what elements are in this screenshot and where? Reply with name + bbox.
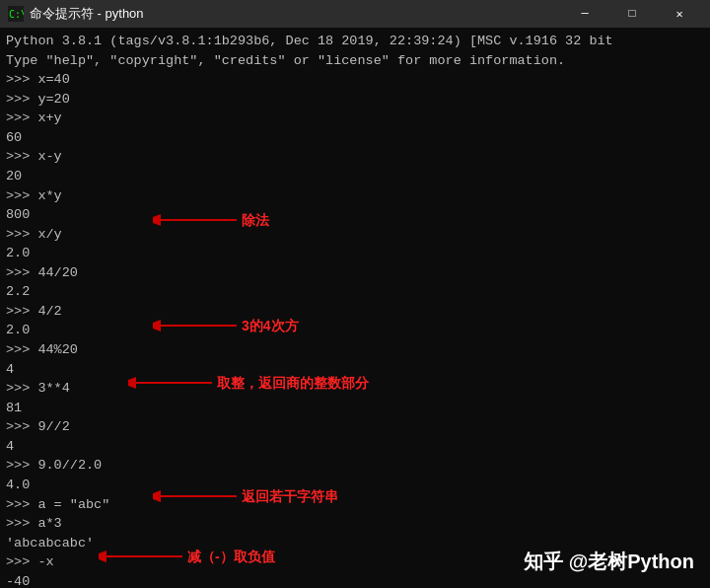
terminal-line: 800 bbox=[6, 205, 704, 225]
watermark: 知乎 @老树Python bbox=[524, 548, 694, 576]
terminal-line: >>> 9.0//2.0 bbox=[6, 456, 704, 476]
terminal-line: 4 bbox=[6, 437, 704, 457]
close-button[interactable]: ✕ bbox=[657, 0, 702, 28]
terminal-line: 20 bbox=[6, 167, 704, 186]
terminal-line: >>> x/y bbox=[6, 225, 704, 245]
terminal-line: >>> 44/20 bbox=[6, 263, 704, 283]
title-bar: C:\ 命令提示符 - python ─ □ ✕ bbox=[0, 0, 710, 28]
terminal-line: 2.2 bbox=[6, 282, 704, 302]
terminal-line: 4 bbox=[6, 360, 704, 380]
terminal-line: >>> x-y bbox=[6, 147, 704, 167]
terminal-line: >>> 44%20 bbox=[6, 340, 704, 360]
terminal-line: 2.0 bbox=[6, 244, 704, 263]
terminal-line: 2.0 bbox=[6, 321, 704, 340]
minimize-button[interactable]: ─ bbox=[562, 0, 607, 28]
terminal-line: >>> 3**4 bbox=[6, 379, 704, 399]
terminal-line: >>> x+y bbox=[6, 109, 704, 128]
terminal-line: >>> x*y bbox=[6, 186, 704, 206]
terminal-line: 4.0 bbox=[6, 476, 704, 495]
terminal-line: Python 3.8.1 (tags/v3.8.1:1b293b6, Dec 1… bbox=[6, 32, 704, 51]
terminal-line: >>> a = "abc" bbox=[6, 495, 704, 515]
terminal-line: 81 bbox=[6, 399, 704, 418]
svg-text:C:\: C:\ bbox=[9, 9, 24, 20]
terminal-line: 60 bbox=[6, 128, 704, 148]
terminal-line: >>> y=20 bbox=[6, 90, 704, 110]
window-controls: ─ □ ✕ bbox=[562, 0, 702, 28]
terminal-area[interactable]: Python 3.8.1 (tags/v3.8.1:1b293b6, Dec 1… bbox=[0, 28, 710, 588]
window-title: 命令提示符 - python bbox=[30, 5, 556, 23]
terminal-line: >>> 9//2 bbox=[6, 417, 704, 437]
terminal-line: Type "help", "copyright", "credits" or "… bbox=[6, 51, 704, 71]
maximize-button[interactable]: □ bbox=[609, 0, 655, 28]
cmd-icon: C:\ bbox=[8, 6, 24, 22]
terminal-output: Python 3.8.1 (tags/v3.8.1:1b293b6, Dec 1… bbox=[6, 32, 704, 588]
terminal-line: >>> x=40 bbox=[6, 70, 704, 90]
terminal-line: >>> 4/2 bbox=[6, 302, 704, 322]
terminal-line: >>> a*3 bbox=[6, 514, 704, 534]
